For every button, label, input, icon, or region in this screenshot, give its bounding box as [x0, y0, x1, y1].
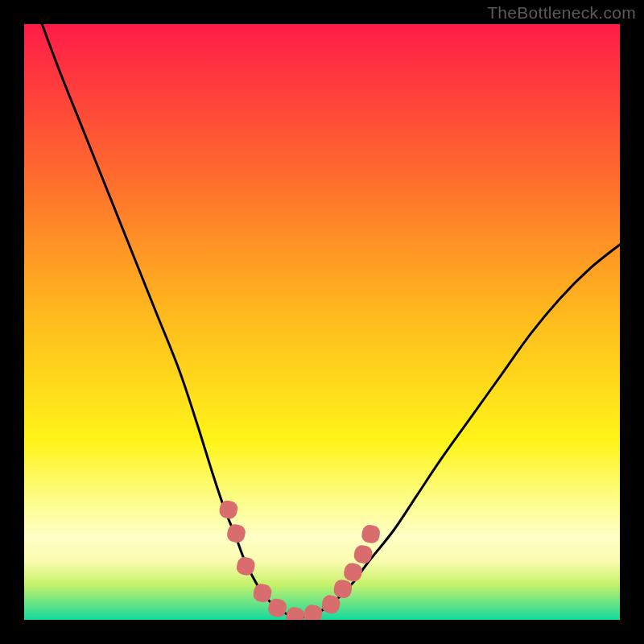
chart-svg — [24, 24, 620, 620]
plot-area — [24, 24, 620, 620]
gradient-background — [24, 24, 620, 620]
watermark: TheBottleneck.com — [487, 3, 636, 23]
chart-container: TheBottleneck.com — [0, 0, 644, 644]
